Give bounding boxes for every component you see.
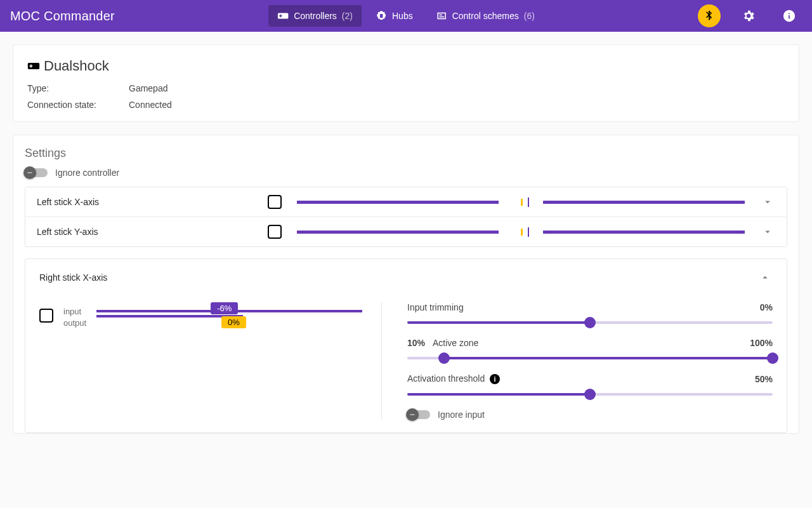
type-label: Type: xyxy=(27,83,110,93)
output-badge: 0% xyxy=(221,316,246,328)
axis-invert-checkbox[interactable] xyxy=(39,309,53,323)
settings-button[interactable] xyxy=(736,3,761,29)
info-icon xyxy=(782,9,796,23)
info-button[interactable] xyxy=(776,3,802,29)
ignore-controller-label: Ignore controller xyxy=(55,168,119,178)
zone-high: 100% xyxy=(750,338,773,348)
slider-thumb[interactable] xyxy=(584,389,596,400)
input-label: input xyxy=(63,306,86,318)
output-label: output xyxy=(63,318,86,329)
axis-label: Right stick X-axis xyxy=(39,272,107,283)
tab-controllers[interactable]: Controllers (2) xyxy=(268,5,362,27)
slider-track[interactable] xyxy=(407,357,773,359)
bluetooth-button[interactable] xyxy=(698,4,721,27)
tab-controllers-count: (2) xyxy=(342,11,353,21)
axis-row[interactable]: Left stick Y-axis xyxy=(25,217,787,246)
ignore-controller-toggle[interactable] xyxy=(25,168,48,177)
activation-threshold-slider: Activation threshold i 50% xyxy=(407,373,773,396)
input-trimming-slider: Input trimming 0% xyxy=(407,302,773,324)
settings-card: Settings Ignore controller Left stick X-… xyxy=(13,135,799,434)
ignore-input-toggle[interactable] xyxy=(407,410,430,419)
axis-invert-checkbox[interactable] xyxy=(268,195,282,209)
chevron-down-icon[interactable] xyxy=(760,226,775,237)
axis-list: Left stick X-axis Left stick Y-axis xyxy=(25,187,787,247)
bluetooth-icon xyxy=(703,10,716,22)
info-icon[interactable]: i xyxy=(490,374,500,384)
slider-track[interactable] xyxy=(407,321,773,324)
schemes-icon xyxy=(436,10,447,22)
active-zone-slider: 10% Active zone 100% xyxy=(407,338,773,359)
ignore-input-label: Ignore input xyxy=(438,410,485,420)
axis-label: Left stick Y-axis xyxy=(37,227,252,237)
threshold-label: Activation threshold i xyxy=(407,373,500,384)
tab-schemes-label: Control schemes xyxy=(452,11,519,21)
tab-schemes[interactable]: Control schemes (6) xyxy=(427,5,544,27)
axis-expanded: Right stick X-axis input output -6% xyxy=(25,258,787,433)
device-name: Dualshock xyxy=(44,58,109,74)
tab-hubs-label: Hubs xyxy=(392,11,413,21)
conn-value: Connected xyxy=(129,100,172,110)
conn-label: Connection state: xyxy=(27,100,110,110)
trimming-label: Input trimming xyxy=(407,302,464,312)
trimming-value: 0% xyxy=(760,302,773,312)
slider-track[interactable] xyxy=(407,393,773,396)
input-badge: -6% xyxy=(211,302,238,314)
nav-center: Controllers (2) Hubs Control schemes (6) xyxy=(268,5,544,27)
axis-preview xyxy=(297,201,745,204)
app-title: MOC Commander xyxy=(10,9,115,23)
device-card: Dualshock Type: Gamepad Connection state… xyxy=(13,44,799,122)
io-preview: input output -6% 0% xyxy=(39,302,382,420)
axis-row[interactable]: Left stick X-axis xyxy=(25,187,787,217)
slider-thumb[interactable] xyxy=(767,352,778,364)
slider-thumb[interactable] xyxy=(438,352,450,364)
axis-invert-checkbox[interactable] xyxy=(268,225,282,239)
gear-icon xyxy=(742,9,756,23)
gamepad-icon xyxy=(277,10,289,22)
type-value: Gamepad xyxy=(129,83,167,93)
slider-thumb[interactable] xyxy=(584,317,596,328)
threshold-value: 50% xyxy=(755,374,773,384)
hub-icon xyxy=(376,10,387,22)
tab-controllers-label: Controllers xyxy=(294,11,337,21)
axis-preview xyxy=(297,231,745,234)
app-toolbar: MOC Commander Controllers (2) Hubs Contr… xyxy=(0,0,812,32)
main-content: Dualshock Type: Gamepad Connection state… xyxy=(0,32,812,446)
chevron-up-icon[interactable] xyxy=(757,272,773,283)
chevron-down-icon[interactable] xyxy=(760,196,775,208)
zone-label: Active zone xyxy=(433,338,478,348)
axis-label: Left stick X-axis xyxy=(37,197,252,207)
tab-schemes-count: (6) xyxy=(524,11,535,21)
tab-hubs[interactable]: Hubs xyxy=(367,5,422,27)
gamepad-icon xyxy=(27,60,40,72)
settings-title: Settings xyxy=(13,147,799,168)
toolbar-actions xyxy=(698,3,802,29)
zone-low: 10% xyxy=(407,338,425,348)
